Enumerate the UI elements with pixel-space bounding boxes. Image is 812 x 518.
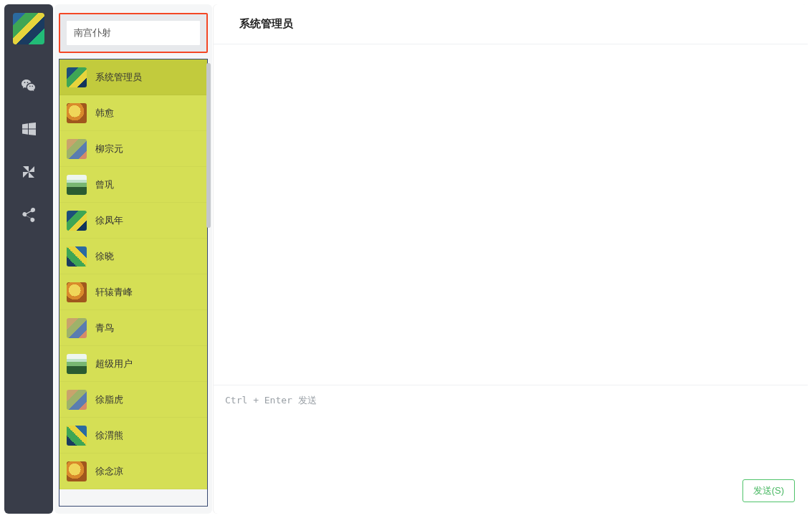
- contact-name: 徐念凉: [95, 465, 123, 478]
- chat-input-area[interactable]: Ctrl + Enter 发送 发送(S): [214, 385, 808, 514]
- contact-item[interactable]: 曾巩: [59, 167, 207, 203]
- contact-name: 徐凤年: [95, 214, 123, 227]
- current-user-avatar[interactable]: [13, 13, 44, 44]
- chat-header: 系统管理员: [214, 4, 808, 44]
- contact-avatar: [67, 139, 87, 159]
- windows-icon[interactable]: [14, 115, 43, 143]
- contact-name: 徐晓: [95, 250, 114, 263]
- contact-name: 系统管理员: [95, 71, 142, 84]
- contact-name: 轩辕青峰: [95, 286, 133, 299]
- contact-item[interactable]: 徐晓: [59, 239, 207, 274]
- contact-item[interactable]: 系统管理员: [59, 59, 207, 95]
- contact-item[interactable]: 轩辕青峰: [59, 274, 207, 310]
- scrollbar-thumb[interactable]: [206, 63, 211, 228]
- search-box-highlight: [59, 13, 208, 53]
- contact-item[interactable]: 徐渭熊: [59, 418, 207, 454]
- contact-avatar: [67, 246, 87, 267]
- contact-name: 徐脂虎: [95, 393, 123, 406]
- contact-name: 徐渭熊: [95, 429, 123, 442]
- left-nav: [4, 4, 53, 514]
- contact-avatar: [67, 390, 87, 410]
- contact-item[interactable]: 韩愈: [59, 95, 207, 131]
- contact-avatar: [67, 175, 87, 195]
- search-row: [66, 20, 201, 46]
- contact-item[interactable]: 青鸟: [59, 310, 207, 346]
- share-icon[interactable]: [14, 201, 43, 229]
- contact-avatar: [67, 67, 87, 87]
- contact-item[interactable]: 柳宗元: [59, 131, 207, 167]
- contact-name: 韩愈: [95, 107, 114, 120]
- send-button[interactable]: 发送(S): [742, 479, 795, 502]
- search-input[interactable]: [67, 21, 201, 45]
- chat-title: 系统管理员: [239, 17, 293, 31]
- contact-avatar: [67, 354, 87, 374]
- contact-avatar: [67, 282, 87, 302]
- contacts-panel: 系统管理员韩愈柳宗元曾巩徐凤年徐晓轩辕青峰青鸟超级用户徐脂虎徐渭熊徐念凉: [54, 4, 212, 514]
- pinwheel-icon[interactable]: [14, 158, 43, 186]
- contact-name: 曾巩: [95, 178, 114, 191]
- contact-avatar: [67, 461, 87, 481]
- contact-avatar: [67, 103, 87, 123]
- contact-avatar: [67, 318, 87, 338]
- wechat-icon[interactable]: [14, 72, 43, 100]
- contact-name: 超级用户: [95, 358, 133, 370]
- contact-name: 青鸟: [95, 322, 114, 335]
- contact-item[interactable]: 超级用户: [59, 346, 207, 382]
- chat-panel: 系统管理员 Ctrl + Enter 发送 发送(S): [214, 4, 808, 514]
- chat-input-placeholder: Ctrl + Enter 发送: [225, 394, 796, 407]
- contacts-list[interactable]: 系统管理员韩愈柳宗元曾巩徐凤年徐晓轩辕青峰青鸟超级用户徐脂虎徐渭熊徐念凉: [59, 59, 208, 507]
- contact-item[interactable]: 徐凤年: [59, 203, 207, 239]
- app-root: 系统管理员韩愈柳宗元曾巩徐凤年徐晓轩辕青峰青鸟超级用户徐脂虎徐渭熊徐念凉 系统管…: [0, 0, 812, 518]
- contact-avatar: [67, 211, 87, 231]
- contact-avatar: [67, 426, 87, 446]
- contact-item[interactable]: 徐脂虎: [59, 382, 207, 418]
- contact-item[interactable]: 徐念凉: [59, 454, 207, 489]
- chat-messages-area[interactable]: [214, 44, 808, 385]
- contact-name: 柳宗元: [95, 143, 123, 155]
